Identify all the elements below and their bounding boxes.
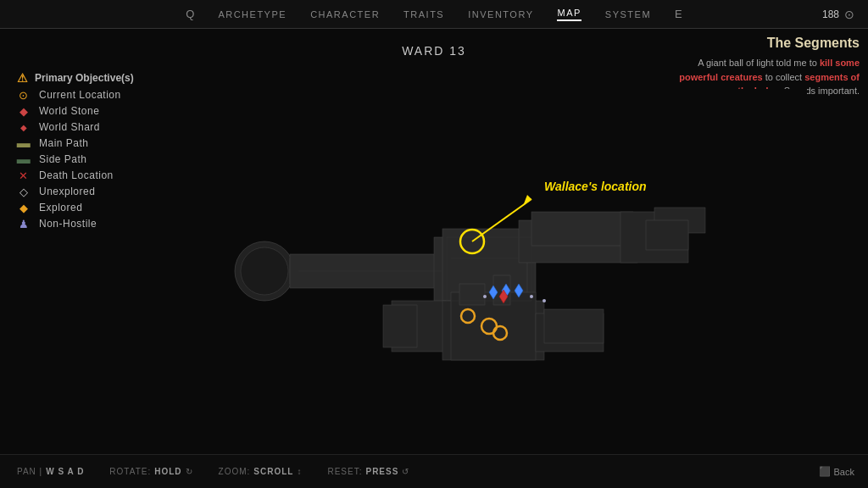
legend-unexplored: ◇ Unexplored [17,185,121,198]
map-area[interactable]: Ward 13 The Segments A giant ball of lig… [0,29,868,454]
pan-label: PAN | [17,467,42,476]
svg-rect-19 [646,220,688,250]
rotate-label: ROTATE: [109,467,151,476]
primary-objective-icon: ⚠ [17,71,28,85]
svg-rect-16 [544,309,604,343]
non-hostile-icon: ♟ [17,217,31,230]
objective-title: The Segments [673,36,860,51]
world-stone-icon: ◆ [17,104,31,118]
svg-text:Wallace's location: Wallace's location [544,180,647,193]
primary-objective-item: ⚠ Primary Objective(s) [17,71,134,85]
counter-value: 188 [822,8,839,20]
legend-main-path-label: Main Path [39,137,89,149]
rotate-control: ROTATE: HOLD ↻ [109,467,192,476]
legend-side-path-label: Side Path [39,153,87,165]
legend-world-stone-label: World Stone [39,105,99,117]
primary-objective-label: Primary Objective(s) [35,72,134,84]
reset-label: RESET: [327,467,362,476]
nav-inventory[interactable]: INVENTORY [468,9,533,19]
legend-non-hostile-label: Non-Hostile [39,218,97,230]
e-icon[interactable]: E [675,8,682,20]
counter-icon: ⊙ [844,8,854,21]
svg-point-35 [542,299,546,302]
unexplored-icon: ◇ [17,185,31,198]
svg-rect-18 [459,284,485,305]
nav-system[interactable]: SYSTEM [605,9,651,19]
back-button[interactable]: ⬛ Back [819,466,854,477]
death-location-icon: ✕ [17,169,31,182]
svg-point-34 [530,295,533,298]
svg-point-33 [483,295,487,298]
top-navigation: Q ARCHETYPE CHARACTER TRAITS INVENTORY M… [0,0,868,29]
nav-archetype[interactable]: ARCHETYPE [218,9,287,19]
q-icon[interactable]: Q [186,8,194,20]
pan-keys: W S A D [46,467,84,476]
bottom-controls: PAN | W S A D ROTATE: HOLD ↻ ZOOM: SCROL… [0,454,868,488]
current-location-icon: ⊙ [17,88,31,102]
reset-control: RESET: PRESS ↺ [327,467,409,476]
legend-world-stone: ◆ World Stone [17,104,121,118]
legend-current-location-label: Current Location [39,89,121,101]
map-svg[interactable]: Wallace's location [197,89,807,428]
main-path-icon: ▬ [17,136,31,150]
legend: ⊙ Current Location ◆ World Stone ◆ World… [17,88,121,230]
svg-rect-12 [383,305,417,347]
zoom-keys: SCROLL [253,467,293,476]
rotate-icon: ↻ [186,467,193,476]
pan-control: PAN | W S A D [17,467,84,476]
world-shard-icon: ◆ [17,120,31,134]
nav-right: 188 ⊙ [822,8,854,21]
svg-rect-8 [531,212,633,246]
rotate-keys: HOLD [154,467,181,476]
side-path-icon: ▬ [17,152,31,166]
map-title: Ward 13 [402,44,466,58]
nav-character[interactable]: CHARACTER [310,9,380,19]
legend-main-path: ▬ Main Path [17,136,121,150]
zoom-icon: ↕ [297,467,302,476]
legend-explored: ◆ Explored [17,201,121,214]
reset-icon: ↺ [402,467,409,476]
map-container[interactable]: Wallace's location [153,71,851,446]
legend-current-location: ⊙ Current Location [17,88,121,102]
legend-explored-label: Explored [39,202,82,214]
nav-map[interactable]: MAP [557,8,581,21]
legend-world-shard-label: World Shard [39,121,100,133]
back-icon: ⬛ [819,466,831,477]
legend-unexplored-label: Unexplored [39,186,95,197]
back-label[interactable]: Back [834,467,854,477]
zoom-label: ZOOM: [219,467,251,476]
reset-keys: PRESS [365,467,398,476]
legend-world-shard: ◆ World Shard [17,120,121,134]
svg-point-2 [241,247,288,295]
nav-traits[interactable]: TRAITS [403,9,444,19]
legend-death-location-label: Death Location [39,169,114,181]
explored-icon: ◆ [17,201,31,214]
zoom-control: ZOOM: SCROLL ↕ [219,467,303,476]
legend-non-hostile: ♟ Non-Hostile [17,217,121,230]
legend-side-path: ▬ Side Path [17,152,121,166]
legend-death-location: ✕ Death Location [17,169,121,182]
